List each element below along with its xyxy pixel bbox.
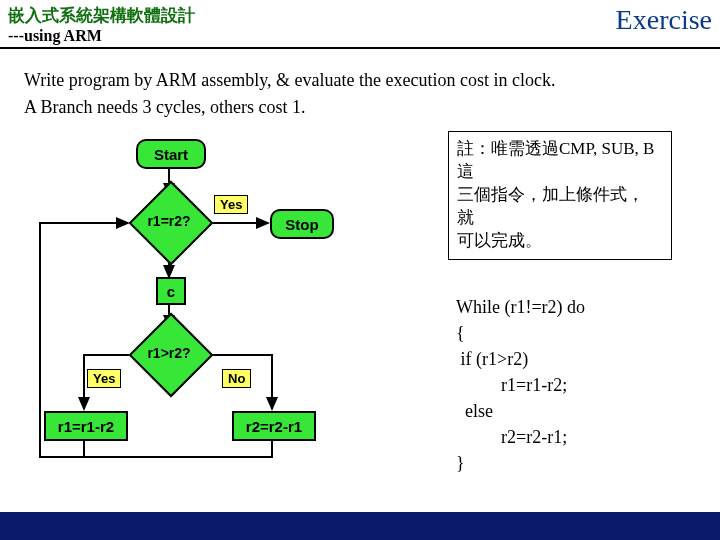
header-left: 嵌入式系統架構軟體設計 ---using ARM bbox=[8, 4, 195, 45]
flow-assign-r2: r2=r2-r1 bbox=[232, 411, 316, 441]
main-row: Start r1=r2? Yes Stop c r1>r2? Yes No r1… bbox=[24, 131, 696, 476]
label-yes-1: Yes bbox=[214, 195, 248, 214]
note-line1: 註：唯需透過CMP, SUB, B這 bbox=[457, 138, 663, 184]
course-subtitle: ---using ARM bbox=[8, 27, 195, 45]
right-column: 註：唯需透過CMP, SUB, B這 三個指令，加上條件式， 就 可以完成。 W… bbox=[424, 131, 696, 476]
flow-decision-eq: r1=r2? bbox=[129, 195, 209, 249]
note-box: 註：唯需透過CMP, SUB, B這 三個指令，加上條件式， 就 可以完成。 bbox=[448, 131, 672, 260]
content-area: Write program by ARM assembly, & evaluat… bbox=[0, 49, 720, 476]
label-no: No bbox=[222, 369, 251, 388]
flow-start: Start bbox=[136, 139, 206, 169]
flow-decision-gt: r1>r2? bbox=[129, 327, 209, 381]
instruction-line2: A Branch needs 3 cycles, others cost 1. bbox=[24, 94, 696, 121]
course-title-zh: 嵌入式系統架構軟體設計 bbox=[8, 4, 195, 27]
header-bar: 嵌入式系統架構軟體設計 ---using ARM Exercise bbox=[0, 0, 720, 49]
flowchart: Start r1=r2? Yes Stop c r1>r2? Yes No r1… bbox=[24, 131, 424, 471]
flow-assign-r1: r1=r1-r2 bbox=[44, 411, 128, 441]
flow-c: c bbox=[156, 277, 186, 305]
footer-bar bbox=[0, 512, 720, 540]
label-yes-2: Yes bbox=[87, 369, 121, 388]
page-label: Exercise bbox=[616, 4, 712, 36]
note-line2: 三個指令，加上條件式， 就 bbox=[457, 184, 663, 230]
note-line3: 可以完成。 bbox=[457, 230, 663, 253]
pseudocode: While (r1!=r2) do { if (r1>r2) r1=r1-r2;… bbox=[456, 294, 696, 477]
instruction-line1: Write program by ARM assembly, & evaluat… bbox=[24, 67, 696, 94]
instruction-text: Write program by ARM assembly, & evaluat… bbox=[24, 67, 696, 121]
flow-stop: Stop bbox=[270, 209, 334, 239]
